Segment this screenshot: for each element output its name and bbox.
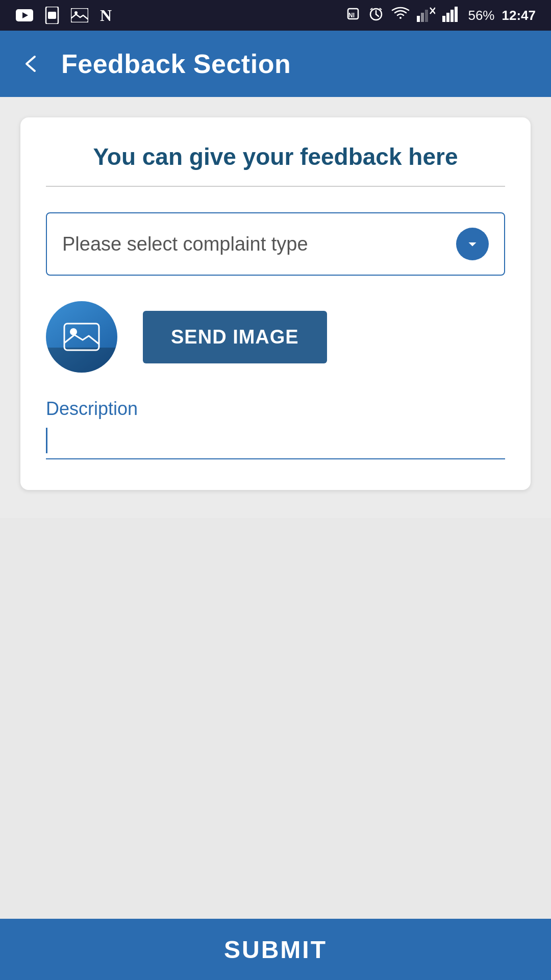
page-title: Feedback Section xyxy=(61,48,291,79)
svg-rect-19 xyxy=(442,16,445,22)
content-spacer xyxy=(0,518,551,919)
image-icon xyxy=(70,6,89,24)
nfc-icon: NI xyxy=(345,6,361,25)
svg-point-24 xyxy=(70,328,77,335)
svg-text:N: N xyxy=(100,7,112,24)
svg-line-11 xyxy=(376,14,379,16)
svg-rect-3 xyxy=(48,12,56,19)
submit-footer[interactable]: SUBMIT xyxy=(0,919,551,980)
complaint-type-dropdown[interactable]: Please select complaint type xyxy=(46,212,505,276)
dropdown-chevron-icon xyxy=(456,228,489,260)
svg-rect-16 xyxy=(425,10,428,22)
svg-rect-14 xyxy=(417,16,420,22)
feedback-card: You can give your feedback here Please s… xyxy=(20,117,531,490)
image-placeholder-icon xyxy=(61,316,102,357)
wifi-icon xyxy=(391,7,410,24)
battery-percentage: 56% xyxy=(468,8,494,23)
image-preview-circle xyxy=(46,301,117,373)
status-bar: N NI xyxy=(0,0,551,31)
description-label: Description xyxy=(46,398,505,420)
svg-rect-4 xyxy=(71,8,88,22)
back-button[interactable] xyxy=(20,54,41,74)
svg-text:NI: NI xyxy=(348,12,355,19)
submit-button-label: SUBMIT xyxy=(224,936,327,964)
svg-rect-23 xyxy=(64,324,99,350)
image-section: SEND IMAGE xyxy=(46,301,505,373)
svg-rect-15 xyxy=(421,13,424,22)
card-divider xyxy=(46,186,505,187)
send-image-button[interactable]: SEND IMAGE xyxy=(143,311,327,363)
dropdown-placeholder: Please select complaint type xyxy=(62,233,308,255)
signal-x-icon xyxy=(417,6,435,26)
app-bar: Feedback Section xyxy=(0,31,551,97)
n-brand-icon: N xyxy=(98,6,116,24)
youtube-icon xyxy=(15,6,34,24)
svg-rect-20 xyxy=(446,13,449,22)
svg-rect-21 xyxy=(450,10,454,22)
alarm-icon xyxy=(368,6,384,26)
status-bar-right-icons: NI xyxy=(345,6,536,26)
main-content: You can give your feedback here Please s… xyxy=(0,97,551,518)
description-input-wrapper xyxy=(46,428,505,459)
card-heading: You can give your feedback here xyxy=(46,143,505,170)
svg-rect-22 xyxy=(455,7,458,22)
status-bar-left-icons: N xyxy=(15,6,116,24)
signal-bars-icon xyxy=(442,6,461,26)
sim-icon xyxy=(43,6,61,24)
text-cursor xyxy=(46,428,47,453)
time-display: 12:47 xyxy=(502,8,536,23)
